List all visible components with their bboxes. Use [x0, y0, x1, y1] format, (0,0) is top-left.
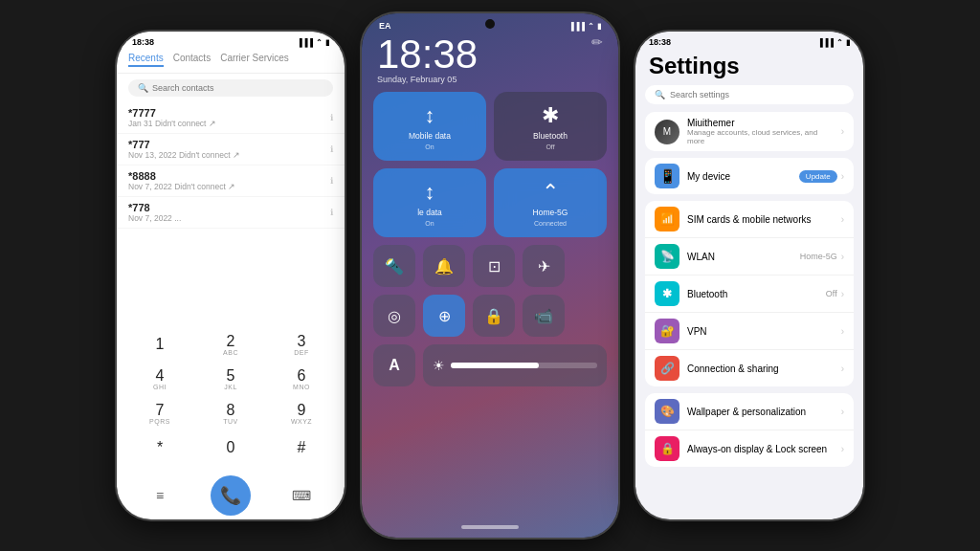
- sim-chevron: ›: [841, 214, 844, 225]
- dialpad-key-9[interactable]: 9WXYZ: [277, 397, 326, 430]
- dialpad-key-star[interactable]: *: [135, 431, 185, 464]
- status-bar-dialer: 18:38 ▐▐▐ ⌃ ▮: [117, 32, 345, 49]
- cc-small-row-2: ◎ ⊕ 🔒 📹: [373, 295, 607, 337]
- connection-icon: 🔗: [655, 356, 679, 381]
- call-info-3: *8888 Nov 7, 2022 Didn't connect ↗: [128, 170, 235, 191]
- call-item-2[interactable]: *777 Nov 13, 2022 Didn't connect ↗ ℹ: [117, 134, 345, 165]
- dialpad-key-1[interactable]: 1: [135, 328, 185, 361]
- battery-icon: ▮: [325, 38, 329, 47]
- keypad-icon[interactable]: ⌨: [281, 475, 322, 516]
- phone-dialer: 18:38 ▐▐▐ ⌃ ▮ Recents Contacts Carrier S…: [117, 32, 345, 519]
- settings-item-sim[interactable]: 📶 SIM cards & mobile networks ›: [645, 201, 854, 238]
- sim-label: SIM cards & mobile networks: [687, 214, 834, 225]
- dialpad-bottom: ≡ 📞 ⌨: [117, 472, 345, 519]
- settings-item-mydevice[interactable]: 📱 My device Update ›: [645, 158, 854, 194]
- vpn-chevron: ›: [841, 326, 844, 337]
- cc-tile-mobile-data[interactable]: ↕ Mobile data On: [373, 92, 486, 161]
- dialpad-key-3[interactable]: 3DEF: [277, 328, 326, 361]
- bluetooth-settings-text: Bluetooth: [687, 289, 818, 299]
- tab-carrier[interactable]: Carrier Services: [220, 53, 289, 67]
- cc-status-icons: ▐▐▐ ⌃ ▮: [568, 21, 601, 31]
- contact-search-input[interactable]: [152, 83, 323, 93]
- phone-settings: 18:38 ▐▐▐ ⌃ ▮ Settings 🔍: [635, 32, 863, 519]
- aod-icon: 🔒: [655, 436, 679, 461]
- vpn-text: VPN: [687, 326, 834, 337]
- call-item-3[interactable]: *8888 Nov 7, 2022 Didn't connect ↗ ℹ: [117, 165, 345, 197]
- settings-search-input[interactable]: [670, 90, 844, 99]
- wallpaper-label: Wallpaper & personalization: [687, 407, 834, 417]
- mydevice-icon: 📱: [655, 164, 679, 188]
- cc-tile-location[interactable]: ⊕: [423, 295, 465, 337]
- wallpaper-text: Wallpaper & personalization: [687, 407, 834, 417]
- cc-tile-cast[interactable]: ⊡: [473, 245, 515, 287]
- bluetooth-tile-label: Bluetooth: [533, 131, 568, 141]
- cc-tile-airplane[interactable]: ✈: [523, 245, 565, 287]
- call-number-3: *8888: [128, 170, 235, 182]
- dialpad-key-7[interactable]: 7PQRS: [135, 397, 185, 430]
- brightness-track: [451, 363, 597, 368]
- wallpaper-icon: 🎨: [655, 399, 679, 424]
- cc-tile-video[interactable]: 📹: [523, 295, 565, 337]
- settings-search-icon: 🔍: [655, 90, 665, 99]
- cc-edit-icon[interactable]: ✏: [591, 34, 603, 50]
- phones-container: 18:38 ▐▐▐ ⌃ ▮ Recents Contacts Carrier S…: [0, 0, 980, 551]
- mydevice-chevron: ›: [841, 171, 844, 182]
- brightness-low-icon: ☀: [433, 358, 445, 373]
- dialer-screen: 18:38 ▐▐▐ ⌃ ▮ Recents Contacts Carrier S…: [117, 32, 345, 519]
- bluetooth-settings-label: Bluetooth: [687, 289, 818, 299]
- settings-item-connection[interactable]: 🔗 Connection & sharing ›: [645, 350, 854, 386]
- settings-item-bluetooth[interactable]: ✱ Bluetooth Off ›: [645, 276, 854, 313]
- call-arrow-2: ℹ: [330, 144, 333, 154]
- mobile-data-icon: ↕: [425, 103, 435, 128]
- cc-tile-torch[interactable]: 🔦: [373, 245, 415, 287]
- settings-item-wlan[interactable]: 📡 WLAN Home-5G ›: [645, 238, 854, 276]
- update-badge[interactable]: Update: [799, 170, 837, 183]
- dialpad-key-6[interactable]: 6MNO: [277, 363, 326, 395]
- mobile-data-label: Mobile data: [409, 131, 451, 141]
- cc-wifi-icon: ⌃: [588, 22, 594, 31]
- settings-battery-icon: ▮: [846, 38, 850, 47]
- dialpad-key-5[interactable]: 5JKL: [206, 363, 256, 395]
- cc-tile-auto[interactable]: A: [373, 344, 415, 386]
- settings-search-bar: 🔍: [645, 85, 854, 104]
- recent-calls-list: *7777 Jan 31 Didn't connect ↗ ℹ *777 Nov…: [117, 102, 345, 324]
- call-number-2: *777: [128, 139, 240, 150]
- call-item-4[interactable]: *778 Nov 7, 2022 ... ℹ: [117, 197, 345, 229]
- settings-item-miuithemer[interactable]: M Miuithemer Manage accounts, cloud serv…: [645, 112, 854, 151]
- settings-signal-icon: ▐▐▐: [817, 38, 834, 47]
- call-item-1[interactable]: *7777 Jan 31 Didn't connect ↗ ℹ: [117, 102, 345, 134]
- call-button[interactable]: 📞: [211, 475, 251, 516]
- dialpad-key-4[interactable]: 4GHI: [135, 363, 185, 395]
- cc-tile-dnd[interactable]: ◎: [373, 295, 415, 337]
- settings-section-device: 📱 My device Update ›: [645, 158, 854, 194]
- signal-icon: ▐▐▐: [297, 38, 313, 47]
- recents-icon[interactable]: ≡: [140, 475, 180, 516]
- settings-section-miuithemer: M Miuithemer Manage accounts, cloud serv…: [645, 112, 854, 151]
- settings-item-vpn[interactable]: 🔐 VPN ›: [645, 313, 854, 350]
- cc-tile-wifi[interactable]: ⌃ Home-5G Connected: [494, 168, 607, 237]
- dialpad-row-4: * 0 #: [124, 431, 337, 464]
- cc-tile-bluetooth[interactable]: ✱ Bluetooth Off: [494, 92, 607, 161]
- wlan-value: Home-5G: [800, 252, 837, 261]
- mydevice-right: Update ›: [799, 170, 844, 183]
- bluetooth-right: Off ›: [826, 289, 844, 299]
- dialpad-row-2: 4GHI 5JKL 6MNO: [124, 363, 337, 395]
- dialpad-key-8[interactable]: 8TUV: [206, 397, 256, 430]
- dialpad-key-2[interactable]: 2ABC: [206, 328, 256, 361]
- dialpad-key-0[interactable]: 0: [206, 431, 256, 464]
- tab-contacts[interactable]: Contacts: [173, 53, 211, 67]
- cc-tile-le-data[interactable]: ↕ le data On: [373, 168, 486, 237]
- tab-recents[interactable]: Recents: [128, 53, 164, 67]
- dialpad-key-hash[interactable]: #: [277, 431, 326, 464]
- le-data-sub: On: [425, 220, 434, 227]
- settings-item-aod[interactable]: 🔒 Always-on display & Lock screen ›: [645, 430, 854, 467]
- cc-tile-bell[interactable]: 🔔: [423, 245, 465, 287]
- connection-chevron: ›: [841, 364, 844, 374]
- settings-item-wallpaper[interactable]: 🎨 Wallpaper & personalization ›: [645, 393, 854, 430]
- cc-tile-rotate[interactable]: 🔒: [473, 295, 515, 337]
- brightness-slider[interactable]: ☀: [423, 344, 607, 386]
- call-arrow-1: ℹ: [330, 113, 333, 122]
- cc-brightness-row: A ☀: [373, 344, 607, 386]
- cc-time-display: 18:38 Sunday, February 05: [377, 34, 478, 84]
- mydevice-label: My device: [687, 171, 791, 182]
